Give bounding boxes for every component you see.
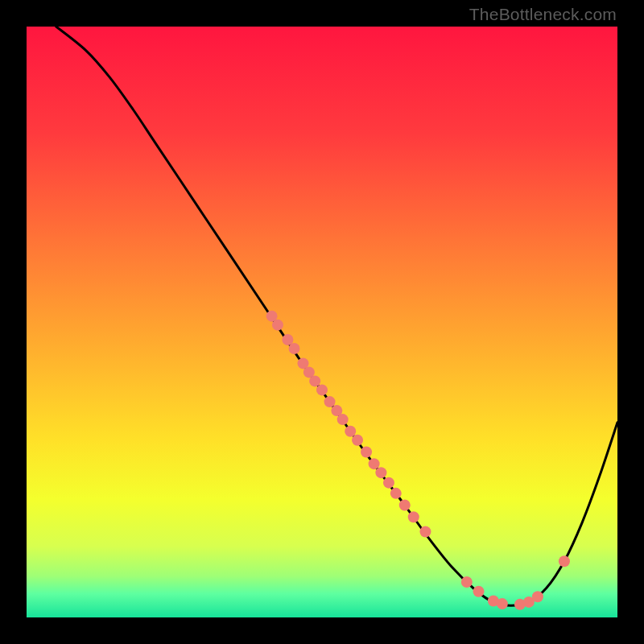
highlight-dot	[316, 384, 328, 395]
highlight-dot	[383, 477, 394, 489]
highlight-dot	[559, 555, 570, 567]
highlight-dot	[419, 526, 431, 538]
highlight-dot	[375, 467, 386, 478]
highlight-dot	[399, 500, 411, 511]
highlight-dot	[497, 598, 508, 609]
highlight-dot	[352, 435, 363, 446]
highlight-dot	[289, 343, 300, 354]
highlight-dot	[337, 414, 349, 425]
curve-layer	[27, 27, 617, 617]
highlight-dot	[324, 396, 336, 407]
highlighted-points	[266, 311, 570, 610]
watermark-text: TheBottleneck.com	[469, 5, 617, 24]
highlight-dot	[361, 446, 372, 457]
highlight-dot	[532, 591, 543, 602]
highlight-dot	[309, 375, 320, 386]
highlight-dot	[461, 576, 473, 588]
highlight-dot	[369, 458, 380, 469]
highlight-dot	[272, 320, 283, 331]
highlight-dot	[473, 586, 485, 597]
highlight-dot	[390, 488, 402, 499]
chart-stage: TheBottleneck.com	[0, 0, 644, 644]
plot-area	[27, 27, 617, 617]
highlight-dot	[345, 426, 356, 437]
bottleneck-curve	[56, 27, 617, 605]
highlight-dot	[408, 511, 419, 522]
